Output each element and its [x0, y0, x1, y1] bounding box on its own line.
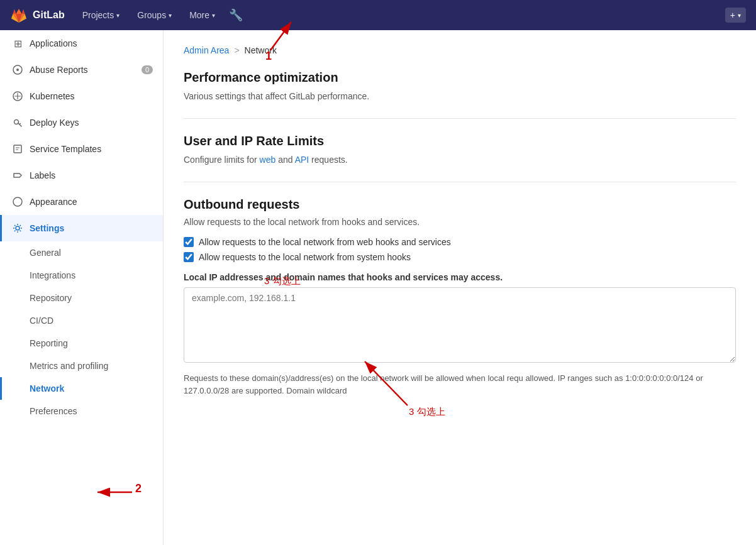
labels-icon	[12, 170, 23, 181]
sidebar-sub-item-cicd[interactable]: CI/CD	[0, 309, 163, 332]
svg-rect-4	[14, 145, 21, 153]
sidebar-item-label: Appearance	[30, 197, 77, 207]
gitlab-title: GitLab	[33, 9, 65, 21]
performance-title: Performance optimization	[184, 70, 736, 85]
main-layout: ⊞ Applications Abuse Reports 0 Kubernete…	[0, 30, 756, 545]
sidebar-sub-item-metrics[interactable]: Metrics and profiling	[0, 355, 163, 377]
rate-limits-section: User and IP Rate Limits Configure limits…	[184, 134, 736, 182]
sidebar-item-deploy-keys[interactable]: Deploy Keys	[0, 109, 163, 136]
outbound-desc: Allow requests to the local network from…	[184, 217, 736, 227]
allow-system-hooks-label: Allow requests to the local network from…	[199, 252, 411, 262]
sidebar-item-abuse-reports[interactable]: Abuse Reports 0	[0, 57, 163, 83]
svg-point-6	[16, 226, 19, 230]
rate-limits-desc: Configure limits for web and API request…	[184, 153, 736, 167]
sidebar-item-label: Kubernetes	[30, 91, 75, 101]
outbound-title: Outbound requests	[184, 197, 736, 212]
sidebar-sub-item-integrations[interactable]: Integrations	[0, 264, 163, 287]
sidebar-item-labels[interactable]: Labels	[0, 162, 163, 189]
abuse-reports-badge: 0	[142, 65, 153, 74]
appearance-icon	[12, 196, 23, 207]
sidebar-item-settings[interactable]: Settings	[0, 215, 163, 241]
template-icon	[12, 143, 23, 155]
sidebar-item-label: Deploy Keys	[30, 118, 79, 128]
nav-projects[interactable]: Projects ▾	[75, 6, 128, 24]
chevron-down-icon: ▾	[169, 12, 172, 19]
sidebar-sub-item-preferences[interactable]: Preferences	[0, 400, 163, 422]
kubernetes-icon	[12, 91, 23, 102]
api-link[interactable]: API	[295, 155, 309, 165]
performance-section: Performance optimization Various setting…	[184, 70, 736, 119]
settings-icon	[12, 223, 23, 234]
allow-webhooks-checkbox[interactable]	[184, 237, 194, 247]
ip-addresses-input[interactable]	[184, 287, 736, 363]
rate-limits-title: User and IP Rate Limits	[184, 134, 736, 148]
allow-webhooks-label: Allow requests to the local network from…	[199, 237, 451, 247]
bottom-description: Requests to these domain(s)/address(es) …	[184, 372, 736, 397]
sidebar-item-label: Service Templates	[30, 144, 101, 154]
gitlab-logo-icon	[10, 6, 28, 24]
web-link[interactable]: web	[260, 155, 276, 165]
main-nav: Projects ▾ Groups ▾ More ▾ 🔧	[75, 4, 247, 26]
chevron-down-icon: ▾	[212, 12, 215, 19]
sidebar-sub-item-network[interactable]: Network	[0, 377, 163, 400]
admin-wrench-icon[interactable]: 🔧	[225, 4, 247, 26]
brand[interactable]: GitLab	[10, 6, 65, 24]
breadcrumb: Admin Area > Network	[184, 45, 736, 55]
svg-point-1	[16, 69, 19, 71]
sidebar-item-appearance[interactable]: Appearance	[0, 189, 163, 215]
sidebar-sub-item-general[interactable]: General	[0, 241, 163, 264]
allow-system-hooks-checkbox[interactable]	[184, 252, 194, 262]
chevron-down-icon: ▾	[116, 12, 120, 19]
plus-icon: +	[730, 10, 735, 20]
nav-more[interactable]: More ▾	[182, 6, 223, 24]
performance-desc: Various settings that affect GitLab perf…	[184, 90, 736, 103]
checkbox-row-webhooks: Allow requests to the local network from…	[184, 237, 736, 247]
checkbox-row-system-hooks: Allow requests to the local network from…	[184, 252, 736, 262]
circle-icon	[12, 64, 23, 75]
nav-groups[interactable]: Groups ▾	[130, 6, 179, 24]
chevron-down-icon: ▾	[738, 12, 741, 19]
breadcrumb-separator: >	[234, 45, 239, 55]
key-icon	[12, 117, 23, 128]
svg-point-5	[13, 197, 22, 206]
ip-field-label: Local IP addresses and domain names that…	[184, 272, 736, 282]
sidebar-sub-item-reporting[interactable]: Reporting	[0, 332, 163, 355]
sidebar-item-label: Abuse Reports	[30, 65, 88, 75]
sidebar-sub-item-repository[interactable]: Repository	[0, 287, 163, 309]
new-item-button[interactable]: + ▾	[725, 8, 746, 23]
top-navbar: GitLab Projects ▾ Groups ▾ More ▾ 🔧 + ▾	[0, 0, 756, 30]
sidebar-item-label: Settings	[30, 223, 64, 233]
navbar-right: + ▾	[725, 8, 746, 23]
sidebar-item-service-templates[interactable]: Service Templates	[0, 136, 163, 162]
sidebar: ⊞ Applications Abuse Reports 0 Kubernete…	[0, 30, 164, 545]
breadcrumb-parent-link[interactable]: Admin Area	[184, 45, 229, 55]
sidebar-item-applications[interactable]: ⊞ Applications	[0, 30, 163, 57]
sidebar-item-label: Labels	[30, 170, 55, 180]
sidebar-item-kubernetes[interactable]: Kubernetes	[0, 83, 163, 109]
grid-icon: ⊞	[12, 38, 23, 49]
breadcrumb-current: Network	[245, 45, 277, 55]
main-content: Admin Area > Network Performance optimiz…	[164, 30, 756, 545]
sidebar-item-label: Applications	[30, 38, 77, 48]
outbound-section: Outbound requests Allow requests to the …	[184, 197, 736, 412]
